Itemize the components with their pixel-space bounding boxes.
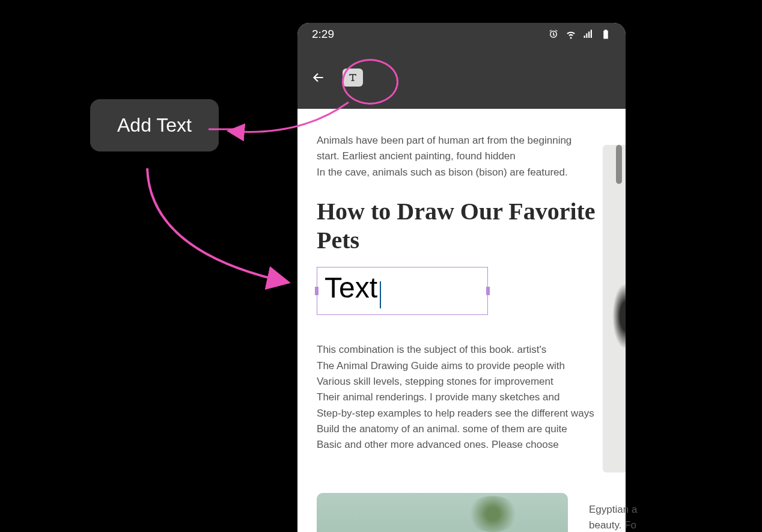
add-text-button[interactable] [343,69,363,87]
arrow-left-icon [311,70,326,85]
resize-handle-left[interactable] [315,287,319,295]
paragraph-text: This combination is the subject of this … [317,342,606,453]
text-tool-icon [347,72,359,84]
document-image [317,493,568,532]
status-time: 2:29 [312,28,334,41]
alarm-icon [548,29,559,40]
scrollbar-thumb[interactable] [616,145,622,184]
text-input-box[interactable]: Text [317,267,488,315]
text-cursor [380,281,381,308]
back-button[interactable] [309,69,328,87]
tooltip-label: Add Text [117,114,192,136]
wifi-icon [565,29,576,40]
battery-icon [600,29,611,40]
text-input-value[interactable]: Text [325,272,377,304]
next-page-text-fragment: Egyptian a beauty. Fo [589,502,643,532]
resize-handle-right[interactable] [486,287,490,295]
document-canvas[interactable]: Animals have been part of human art from… [297,109,626,532]
document-heading: How to Draw Our Favorite Pets [317,197,606,255]
phone-screen: 2:29 Animals have been part of human art… [297,23,626,532]
status-icons [548,29,611,40]
add-text-tooltip: Add Text [90,99,219,151]
editor-toolbar [297,46,626,109]
signal-icon [583,29,594,40]
status-bar: 2:29 [297,23,626,46]
paragraph-text: Animals have been part of human art from… [317,133,606,180]
next-page-preview[interactable] [603,145,626,472]
